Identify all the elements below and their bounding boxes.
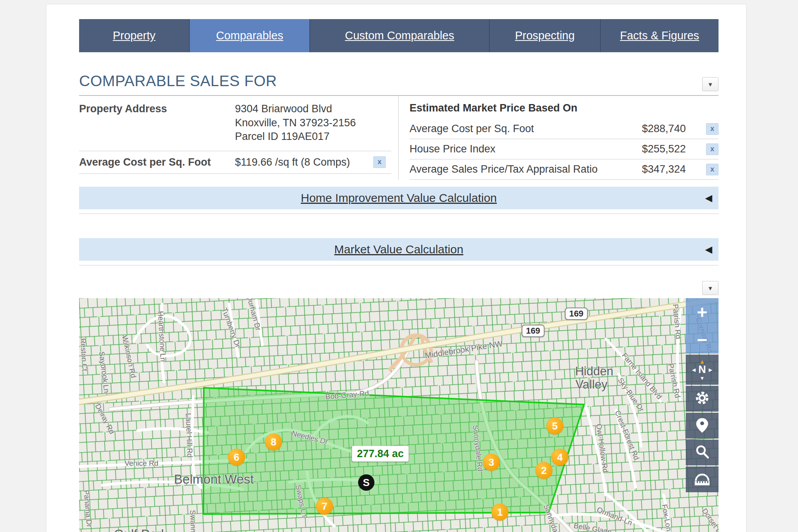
avg-cost-label: Average Cost per Sq. Foot [79, 156, 235, 168]
polygon-area-label: 277.84 ac [352, 446, 409, 462]
tab-custom-comparables[interactable]: Custom Comparables [310, 19, 489, 52]
estimate-row: Average Sales Price/Tax Appraisal Ratio … [410, 159, 719, 180]
estimate-row: Average Cost per Sq. Foot $288,740 x [410, 119, 719, 139]
place-label: Hidden [575, 364, 613, 378]
estimate-row: House Price Index $255,522 x [410, 139, 719, 159]
market-value-section-bar[interactable]: Market Value Calculation ◀ [79, 238, 719, 261]
comp-marker-3[interactable]: 3 [483, 454, 500, 471]
comp-marker-8[interactable]: 8 [265, 433, 282, 451]
ruler-icon [693, 470, 711, 488]
map-location-button[interactable] [686, 413, 719, 438]
compass-down-icon[interactable]: ▼ [700, 376, 705, 381]
section-label: Home Improvement Value Calculation [301, 191, 497, 205]
comp-marker-1[interactable]: 1 [491, 504, 508, 521]
road-label: Venice Rd [125, 459, 159, 468]
estimate-value: $347,324 [642, 163, 686, 175]
tab-bar: Property Comparables Custom Comparables … [79, 19, 719, 52]
remove-estimate-button[interactable]: x [706, 143, 719, 155]
compass-north-label: N [698, 364, 706, 375]
comp-marker-5[interactable]: 5 [546, 417, 563, 435]
estimates-header: Estimated Market Price Based On [410, 96, 719, 119]
highway-shield: 169 [522, 325, 545, 337]
tab-comparables[interactable]: Comparables [190, 19, 309, 52]
tab-property[interactable]: Property [79, 19, 189, 52]
property-address-value: 9304 Briarwood Blvd Knoxville, TN 37923-… [235, 102, 356, 144]
zoom-panel: + − [686, 298, 719, 353]
estimate-label: House Price Index [410, 143, 496, 155]
estimate-value: $255,522 [642, 143, 686, 155]
compass-control[interactable]: ▲ ◀ N ▶ ▼ [686, 355, 719, 385]
address-line-3: Parcel ID 119AE017 [235, 130, 356, 144]
page-title: COMPARABLE SALES FOR [79, 72, 719, 90]
page-card: Property Comparables Custom Comparables … [46, 4, 747, 532]
comp-marker-2[interactable]: 2 [535, 462, 553, 479]
avg-cost-value: $119.66 /sq ft (8 Comps) [235, 156, 350, 168]
zoom-out-button[interactable]: − [697, 331, 708, 349]
highway-shield: 169 [565, 308, 588, 320]
map-search-button[interactable] [686, 440, 719, 465]
estimate-label: Average Cost per Sq. Foot [410, 123, 534, 135]
comparables-map[interactable]: Middlebrook Pike NWBob-Gray-RdNeedles Dr… [79, 298, 719, 532]
property-summary: Property Address 9304 Briarwood Blvd Kno… [79, 96, 719, 180]
section-label: Market Value Calculation [334, 243, 463, 256]
comp-marker-7[interactable]: 7 [316, 498, 333, 515]
map-collapse-button[interactable]: ▼ [702, 281, 719, 295]
compass-left-icon[interactable]: ◀ [692, 368, 696, 372]
chevron-down-icon: ▼ [708, 285, 713, 292]
avg-cost-row: Average Cost per Sq. Foot $119.66 /sq ft… [79, 151, 391, 174]
road-label: Swannee Rd [188, 510, 198, 532]
search-icon [694, 443, 711, 462]
address-line-1: 9304 Briarwood Blvd [235, 102, 356, 116]
remove-estimate-button[interactable]: x [706, 164, 719, 175]
divider [79, 265, 719, 265]
map-measure-button[interactable] [686, 467, 719, 492]
gear-icon [693, 389, 711, 408]
road-label: Laurel Hill Rd [184, 413, 194, 458]
address-line-2: Knoxville, TN 37923-2156 [235, 116, 356, 130]
comp-marker-6[interactable]: 6 [228, 449, 245, 466]
property-address-row: Property Address 9304 Briarwood Blvd Kno… [79, 96, 391, 151]
subject-marker[interactable]: S [358, 474, 374, 491]
place-label: Gulf Park [114, 527, 168, 532]
tab-prospecting[interactable]: Prospecting [490, 19, 600, 52]
zoom-in-button[interactable]: + [697, 303, 708, 321]
remove-avg-cost-button[interactable]: x [373, 156, 386, 168]
place-label: Valley [576, 378, 607, 392]
compass-right-icon[interactable]: ▶ [709, 368, 712, 372]
location-pin-icon [694, 416, 711, 435]
estimate-value: $288,740 [642, 123, 686, 135]
estimate-label: Average Sales Price/Tax Appraisal Ratio [410, 163, 598, 175]
chevron-left-icon: ◀ [705, 193, 712, 203]
tab-facts-figures[interactable]: Facts & Figures [601, 19, 719, 52]
road-label: Reston Ct [79, 338, 89, 371]
comp-marker-4[interactable]: 4 [551, 449, 568, 466]
map-settings-button[interactable] [686, 386, 719, 412]
chevron-down-icon: ▼ [708, 81, 713, 88]
place-label: Belmont West [174, 472, 254, 487]
remove-estimate-button[interactable]: x [706, 123, 719, 135]
chevron-left-icon: ◀ [705, 244, 712, 255]
property-address-label: Property Address [79, 102, 235, 144]
map-controls: + − ▲ ◀ N ▶ ▼ [686, 298, 719, 492]
section-collapse-button[interactable]: ▼ [702, 77, 719, 91]
home-improvement-section-bar[interactable]: Home Improvement Value Calculation ◀ [79, 187, 719, 209]
